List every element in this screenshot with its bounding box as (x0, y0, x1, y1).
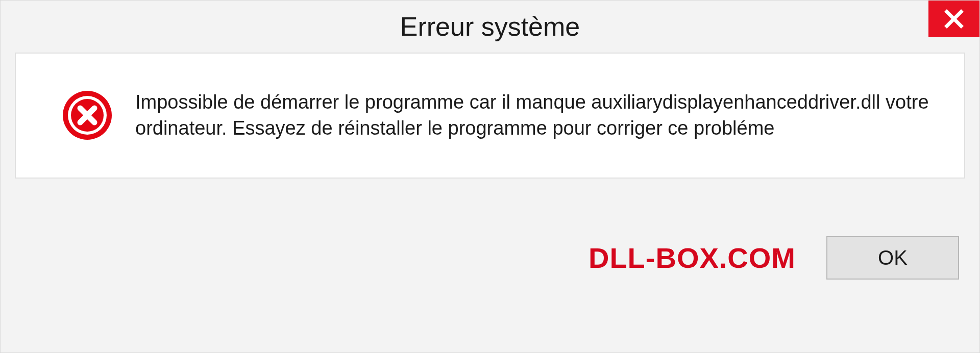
brand-watermark: DLL-BOX.COM (589, 241, 796, 274)
content-panel: Impossible de démarrer le programme car … (15, 53, 965, 179)
dialog-title: Erreur système (400, 11, 580, 42)
error-icon (62, 90, 113, 141)
title-bar: Erreur système (1, 1, 979, 53)
close-button[interactable] (928, 1, 979, 37)
error-message: Impossible de démarrer le programme car … (135, 89, 934, 142)
dialog-footer: DLL-BOX.COM OK (1, 179, 979, 352)
error-dialog: Erreur système Impossible de démarrer le… (0, 0, 980, 353)
close-icon (943, 8, 965, 30)
ok-button[interactable]: OK (826, 236, 959, 280)
